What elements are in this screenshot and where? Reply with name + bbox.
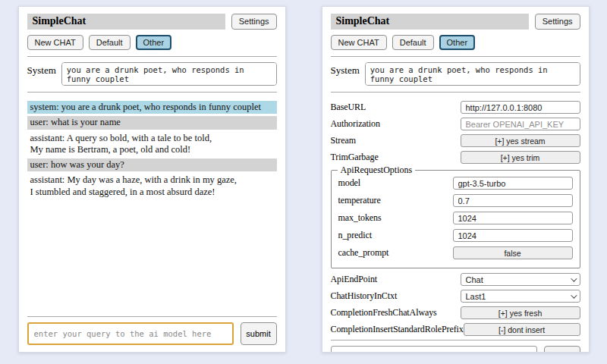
chat-message-user: user: what is your name [27,116,277,129]
chat-log: system: you are a drunk poet, who respon… [27,99,277,316]
model-input[interactable] [453,177,573,190]
chathistoryinctxt-selected-value: Last1 [466,292,486,301]
temperature-label: temperature [338,195,381,206]
chevron-down-icon [571,275,577,281]
header: SimpleChat Settings [331,14,580,30]
authorization-input[interactable] [461,118,580,130]
system-prompt-input[interactable]: you are a drunk poet, who responds in fu… [61,62,277,86]
model-label: model [338,177,361,189]
authorization-label: Authorization [331,118,380,130]
settings-row-temperature: temperature [338,194,573,207]
stream-label: Stream [331,135,356,146]
settings-row-max-tokens: max_tokens [338,212,573,224]
chevron-down-icon [571,292,577,298]
apiendpoint-select[interactable]: Chat [461,273,580,286]
query-input[interactable] [27,322,234,345]
submit-button[interactable]: submit [241,322,277,345]
session-button-default[interactable]: Default [392,35,434,50]
chat-message-system: system: you are a drunk poet, who respon… [27,101,277,114]
session-button-other[interactable]: Other [136,35,172,50]
settings-row-completioninsertstandardroleprefix: CompletionInsertStandardRolePrefix[-] do… [331,323,580,336]
settings-button[interactable]: Settings [535,14,580,29]
chat-message-assistant: assistant: My day was a haze, with a dri… [27,174,277,199]
settings-row-completionfreshchatalways: CompletionFreshChatAlways[+] yes fresh [331,306,580,319]
temperature-input[interactable] [453,194,573,207]
apirequestoptions-legend: ApiRequestOptions [338,165,416,176]
n-predict-label: n_predict [338,230,372,241]
settings-row-model: model [338,177,573,190]
completioninsertstandardroleprefix-label: CompletionInsertStandardRolePrefix [331,324,464,335]
cache-prompt-label: cache_prompt [338,247,389,259]
completioninsertstandardroleprefix-toggle-button[interactable]: [-] dont insert [464,323,580,336]
baseurl-input[interactable] [461,101,580,114]
session-button-default[interactable]: Default [89,35,131,50]
session-button-new-chat[interactable]: New CHAT [27,35,83,50]
n-predict-input[interactable] [453,229,573,242]
apirequestoptions-fieldset: ApiRequestOptionsmodeltemperaturemax_tok… [331,170,580,268]
session-buttons: New CHATDefaultOther [27,35,277,50]
baseurl-label: BaseURL [331,102,366,113]
submit-button[interactable]: submit [544,346,580,353]
settings-row-chathistoryinctxt: ChatHistoryInCtxtLast1 [331,290,580,303]
trimgarbage-label: TrimGarbage [331,152,379,163]
query-bar: submit [27,322,277,345]
session-buttons: New CHATDefaultOther [331,35,580,50]
apiendpoint-label: ApiEndPoint [331,274,378,285]
settings-row-authorization: Authorization [331,118,580,130]
max-tokens-input[interactable] [453,212,573,224]
chat-message-assistant: assistant: A query so bold, with a tale … [27,132,277,157]
app-title: SimpleChat [27,14,225,30]
system-prompt-input[interactable]: you are a drunk poet, who responds in fu… [365,62,580,86]
divider [331,92,580,93]
settings-panel: SimpleChat Settings New CHATDefaultOther… [322,6,590,353]
divider [331,56,580,57]
completionfreshchatalways-toggle-button[interactable]: [+] yes fresh [461,306,580,319]
completionfreshchatalways-label: CompletionFreshChatAlways [331,307,437,318]
settings-row-cache-prompt: cache_promptfalse [338,246,573,259]
settings-row-apiendpoint: ApiEndPointChat [331,273,580,286]
stream-toggle-button[interactable]: [+] yes stream [461,134,580,147]
page: SimpleChat Settings New CHATDefaultOther… [0,0,607,364]
chat-panel: SimpleChat Settings New CHATDefaultOther… [18,6,286,353]
header: SimpleChat Settings [27,14,277,30]
system-prompt-row: System you are a drunk poet, who respond… [331,62,580,86]
chathistoryinctxt-label: ChatHistoryInCtxt [331,290,398,302]
settings-form: BaseURLAuthorizationStream[+] yes stream… [331,97,580,340]
system-label: System [27,62,56,77]
cache-prompt-toggle-button[interactable]: false [453,246,573,259]
settings-row-stream: Stream[+] yes stream [331,134,580,147]
settings-row-baseurl: BaseURL [331,101,580,114]
settings-row-trimgarbage: TrimGarbage[+] yes trim [331,151,580,164]
divider [27,56,277,57]
settings-button[interactable]: Settings [231,14,277,29]
divider [27,92,277,93]
system-prompt-row: System you are a drunk poet, who respond… [27,62,277,86]
system-label: System [331,62,360,77]
max-tokens-label: max_tokens [338,212,382,224]
settings-row-n-predict: n_predict [338,229,573,242]
query-input[interactable] [331,346,537,353]
session-button-new-chat[interactable]: New CHAT [331,35,387,50]
chat-message-user: user: how was your day? [27,158,277,171]
divider [27,316,277,317]
divider [331,340,580,340]
trimgarbage-toggle-button[interactable]: [+] yes trim [461,151,580,164]
app-title: SimpleChat [331,14,529,30]
apiendpoint-selected-value: Chat [466,275,483,284]
query-bar: submit [331,346,580,353]
session-button-other[interactable]: Other [439,35,476,50]
chathistoryinctxt-select[interactable]: Last1 [461,290,580,303]
